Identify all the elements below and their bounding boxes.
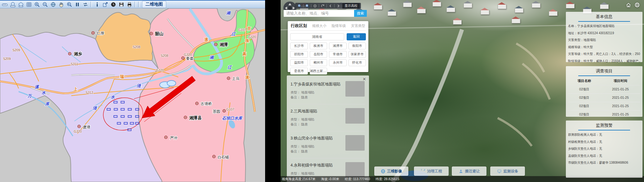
filter-tab-inactive[interactable]: 险情等级 [331, 24, 346, 28]
zoom-in-button[interactable] [33, 1, 41, 8]
globe-wire-button[interactable] [634, 2, 640, 8]
measure-area-button[interactable] [9, 1, 16, 8]
house [566, 4, 575, 8]
disaster-list-item[interactable]: 2.三凤地面塌陷类型： 地面塌陷备注： 隐患 [291, 104, 365, 131]
panel-title-underline [578, 21, 630, 22]
city-button[interactable]: 湘潭市 [329, 43, 347, 49]
disaster-list-panel: × 1.宁乡县煤炭坝地区地面塌陷类型： 地面塌陷备注： 隐患2.三凤地面塌陷类型… [287, 75, 369, 182]
chevron-right-button[interactable] [335, 3, 341, 8]
info-row: 规模等级：特大型 [568, 45, 640, 50]
city-button[interactable]: 湘西土家族... [310, 68, 327, 75]
print-button[interactable] [126, 1, 133, 8]
map-mode-2d-button[interactable]: 二维地图 [142, 1, 166, 8]
zoom-out-button[interactable] [41, 1, 49, 8]
town-marker [78, 125, 80, 128]
info-button[interactable] [93, 1, 101, 8]
house-roof [498, 2, 506, 5]
globe-button[interactable] [49, 1, 57, 8]
city-button[interactable]: 常德市 [329, 51, 347, 58]
map-label: 高 [242, 52, 246, 56]
target-button[interactable] [312, 3, 318, 8]
bottom-button-relocation[interactable]: 搬迁避让 [452, 166, 486, 176]
zoom-in-button[interactable] [296, 3, 303, 8]
zoom-previous-button[interactable] [65, 1, 73, 8]
info-row: 灾害等级：特大型，死亡人口：2人，经济损失：250... [568, 52, 640, 57]
save-button[interactable] [118, 1, 125, 8]
city-button[interactable]: 永州市 [329, 59, 347, 66]
city-button[interactable]: 郴州市 [310, 59, 327, 66]
disaster-thumbnail[interactable] [345, 135, 365, 151]
survey-row[interactable]: 02项目2021-01-25 [568, 102, 640, 111]
grid-button[interactable] [25, 1, 33, 8]
bottom-button-monitor-devices[interactable]: 监测设备 [490, 166, 525, 176]
map-label: 涟 [136, 83, 141, 88]
info-row: 险情等级：特大型，威胁人口：21934人，威胁财产... [568, 59, 640, 62]
house-roof [481, 8, 489, 10]
survey-row[interactable]: 02项目2021-01-25 [568, 94, 640, 102]
survey-row[interactable]: 02项目2021-01-25 [568, 111, 640, 117]
history-clock-button[interactable] [109, 1, 117, 8]
viewer-toolbar-icons [296, 3, 341, 8]
city-button[interactable]: 邵阳市 [290, 51, 308, 58]
zoom-out-button[interactable] [304, 3, 310, 8]
province-button[interactable]: 湖南省 [290, 33, 344, 40]
zoom-in-icon [297, 4, 302, 8]
rotate-button[interactable] [320, 3, 326, 8]
town-marker [213, 155, 215, 158]
show-elevation-button[interactable]: 显示高程 [342, 3, 360, 9]
pan-hand-button[interactable] [57, 1, 65, 8]
measure-area-icon [10, 2, 16, 7]
city-button[interactable]: 长沙市 [290, 43, 308, 49]
toolbar-separator [91, 2, 92, 7]
city-button[interactable]: 益阳市 [290, 59, 308, 66]
map-label: 湘潭县 [189, 116, 202, 120]
search-input[interactable] [284, 10, 354, 17]
disaster-thumbnail[interactable] [345, 108, 365, 124]
filter-tab-inactive[interactable]: 规模大小 [312, 24, 326, 28]
city-button[interactable]: 株洲市 [310, 43, 327, 49]
info-row: 地址：长沙市 430124 430182119 [568, 31, 640, 36]
house [446, 7, 455, 12]
status-segment: 经度: 113.777460 [345, 177, 370, 181]
back-button[interactable]: 返回 [347, 33, 366, 40]
swap-arrows-button[interactable] [82, 1, 89, 8]
house-roof [532, 1, 540, 3]
home-button[interactable] [625, 2, 632, 8]
disaster-thumbnail[interactable] [345, 162, 365, 178]
status-segment: 纬度: 28.825615 [375, 177, 399, 181]
search-button[interactable]: 搜索 [354, 10, 367, 17]
house [600, 4, 609, 9]
zoom-out-icon [42, 2, 48, 7]
city-button[interactable]: 娄底市 [290, 68, 308, 75]
house [417, 9, 426, 13]
map-label: 江 [227, 65, 232, 70]
bottom-button-3d-imagery[interactable]: 三维影像 [374, 166, 408, 176]
map-label: 涟 [92, 106, 97, 110]
filter-tab-inactive[interactable]: 灾害类型 [351, 24, 365, 28]
refresh-circle-icon [421, 169, 425, 174]
city-button[interactable]: 怀化市 [349, 59, 366, 66]
city-button[interactable]: 张家界市 [349, 51, 366, 58]
disaster-list-item[interactable]: 1.宁乡县煤炭坝地区地面塌陷类型： 地面塌陷备注： 隐患 [291, 77, 365, 104]
search-bar: 搜索 [284, 10, 367, 17]
disaster-list-item[interactable]: 3.铁山完全小学地面塌陷类型： 地面塌陷备注： 隐患 [291, 131, 365, 158]
info-row: 灾害类型：地面塌陷 [568, 38, 640, 43]
town-marker [227, 77, 230, 80]
town-marker [150, 32, 153, 35]
disaster-thumbnail[interactable] [345, 81, 365, 97]
measure-polygon-button[interactable] [17, 1, 24, 8]
city-button[interactable]: 衡阳市 [349, 43, 366, 49]
monitor-row: 村级检测责任人电话：无 [568, 139, 640, 144]
map-canvas[interactable]: 仁厚韶山湘乡湘潭上马古塘桥茶园湘潭县严冲白石铺虞塘姜畲S209S209S311S… [0, 8, 265, 182]
bottom-button-treatment-project[interactable]: 治理工程 [414, 166, 449, 176]
measure-distance-button[interactable] [1, 1, 8, 8]
viewer-3d-window: 显示高程 搜索 行政区划规模大小险情等级灾害类型 湖南省 返回 长沙市株洲市湘潭… [281, 0, 644, 182]
survey-row[interactable]: 02项目2021-01-25 [568, 85, 640, 94]
export-button[interactable] [101, 1, 109, 8]
bottom-button-label: 治理工程 [427, 169, 442, 174]
monitor-rows: 群测群防检测人电话：无村级检测责任人电话：无乡镇防灾责任人电话：无县级防灾责任人… [568, 132, 640, 165]
filter-tab-active[interactable]: 行政区划 [291, 23, 307, 29]
pause-button[interactable] [73, 1, 81, 8]
city-button[interactable]: 岳阳市 [310, 51, 327, 58]
chevron-left-button[interactable] [327, 3, 334, 8]
